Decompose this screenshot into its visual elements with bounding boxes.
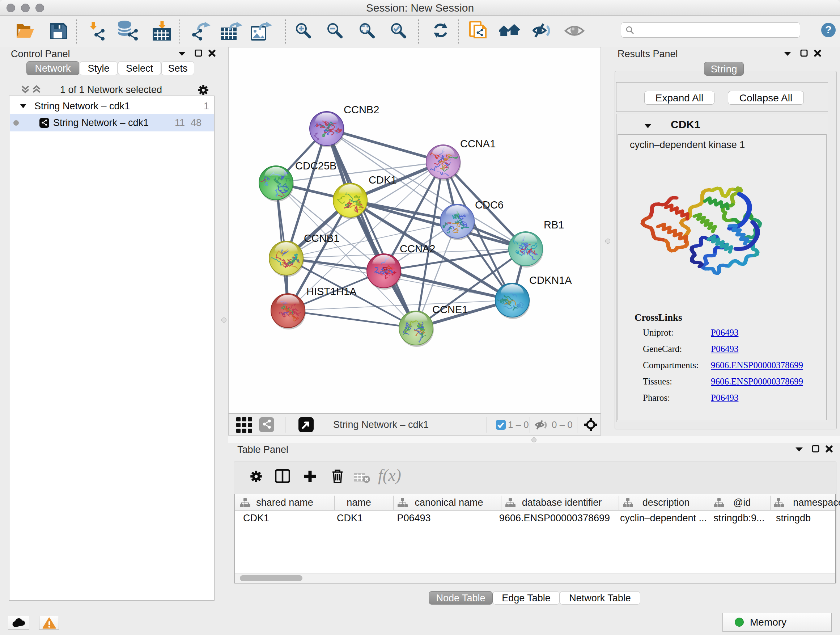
svg-text:CCNB1: CCNB1 (304, 233, 339, 244)
svg-text:CCNA1: CCNA1 (460, 138, 496, 149)
svg-text:CDC25B: CDC25B (295, 160, 336, 172)
svg-text:CDC6: CDC6 (475, 199, 504, 211)
svg-text:RB1: RB1 (544, 219, 564, 231)
svg-text:CDK1: CDK1 (369, 174, 396, 186)
svg-text:CCNE1: CCNE1 (432, 304, 468, 315)
svg-text:CCNB2: CCNB2 (344, 104, 379, 116)
svg-text:?: ? (825, 24, 832, 35)
svg-text:CDKN1A: CDKN1A (529, 274, 572, 286)
svg-text:CCNA2: CCNA2 (400, 243, 435, 255)
svg-text:HIST1H1A: HIST1H1A (306, 286, 357, 297)
